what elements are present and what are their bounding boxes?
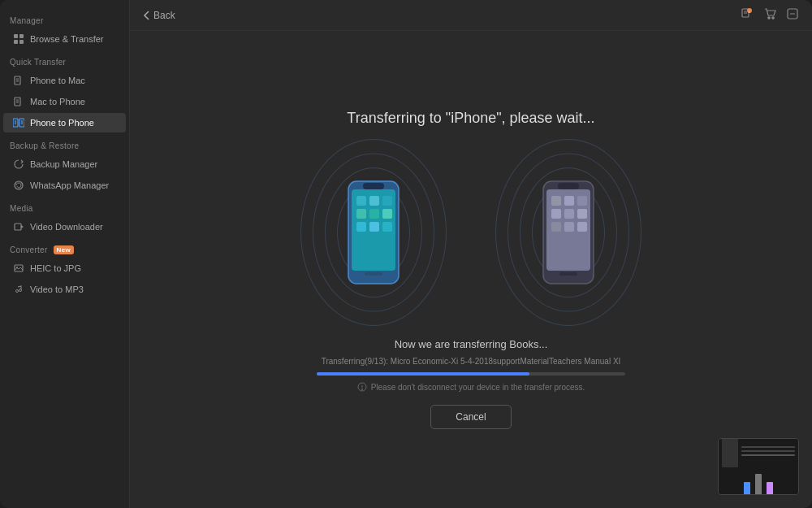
sidebar-item-whatsapp-manager[interactable]: WhatsApp Manager (3, 176, 126, 195)
back-button[interactable]: Back (143, 10, 175, 21)
source-phone-svg (345, 180, 402, 285)
new-badge: New (54, 245, 74, 254)
sidebar: Manager Browse & Transfer Quick Transfer… (0, 0, 130, 508)
sidebar-section-media: Media (0, 196, 129, 216)
svg-rect-32 (369, 196, 379, 206)
thumb-bar-1 (744, 482, 750, 495)
sidebar-section-manager: Manager (0, 8, 129, 28)
phone-mac-icon (13, 75, 24, 86)
source-phone (309, 151, 438, 314)
notification-icon[interactable]: 1 (741, 7, 754, 23)
dest-phone-svg (540, 180, 597, 285)
warning-text: Please don't disconnect your device in t… (371, 383, 585, 392)
svg-point-57 (361, 389, 362, 389)
svg-rect-40 (365, 272, 382, 276)
phones-container (309, 151, 633, 314)
svg-point-24 (768, 17, 770, 19)
transfer-status-text: Now we are transferring Books... (268, 338, 674, 350)
svg-rect-38 (369, 222, 379, 232)
svg-rect-1 (19, 34, 24, 38)
backup-icon (13, 158, 24, 170)
image-icon (13, 263, 24, 274)
svg-rect-39 (382, 222, 392, 232)
progress-bar-fill (317, 372, 529, 376)
cart-icon[interactable] (763, 7, 776, 23)
thumbnail-preview (718, 438, 799, 495)
sidebar-item-video-mp3[interactable]: Video to MP3 (3, 280, 126, 299)
svg-rect-34 (356, 209, 366, 219)
svg-point-17 (16, 290, 19, 293)
transfer-filename: Transferring(9/13): Micro Economic-Xi 5-… (268, 357, 674, 366)
svg-rect-7 (16, 99, 19, 103)
sidebar-item-label: Phone to Mac (30, 76, 85, 85)
svg-rect-31 (356, 196, 366, 206)
svg-rect-37 (356, 222, 366, 232)
svg-rect-13 (15, 224, 21, 230)
sidebar-item-label: Backup Manager (30, 159, 97, 169)
sidebar-item-phone-to-mac[interactable]: Phone to Mac (3, 71, 126, 90)
audio-icon (13, 284, 24, 295)
svg-rect-36 (382, 209, 392, 219)
transfer-title: Transferring to "iPhone", please wait... (347, 110, 594, 127)
phone-phone-icon (13, 117, 24, 128)
svg-point-18 (19, 289, 22, 292)
titlebar-icons: 1 (741, 7, 799, 23)
transfer-info: Now we are transferring Books... Transfe… (268, 338, 674, 429)
sidebar-section-quick-transfer: Quick Transfer (0, 50, 129, 70)
svg-rect-54 (559, 272, 577, 276)
thumb-bar-2 (755, 474, 762, 495)
mac-phone-icon (13, 96, 24, 107)
sidebar-item-browse-transfer[interactable]: Browse & Transfer (3, 29, 126, 49)
svg-rect-9 (15, 120, 16, 124)
titlebar: Back 1 (130, 0, 812, 31)
sidebar-item-label: Browse & Transfer (30, 34, 103, 44)
disconnect-warning: Please don't disconnect your device in t… (268, 382, 674, 392)
svg-rect-35 (369, 209, 379, 219)
svg-rect-3 (19, 40, 24, 44)
sidebar-item-mac-to-phone[interactable]: Mac to Phone (3, 92, 126, 111)
cancel-button[interactable]: Cancel (430, 405, 511, 429)
transfer-content: Transferring to "iPhone", please wait... (130, 31, 812, 508)
sidebar-item-heic-jpg[interactable]: HEIC to JPG (3, 258, 126, 278)
grid-icon (13, 33, 24, 45)
sidebar-item-label: Mac to Phone (30, 97, 85, 106)
sidebar-item-label: Video Downloader (30, 222, 103, 232)
thumb-bar-3 (767, 482, 773, 495)
main-content: Back 1 (130, 0, 812, 508)
svg-rect-5 (16, 78, 19, 82)
svg-rect-2 (14, 40, 18, 44)
sidebar-item-backup-manager[interactable]: Backup Manager (3, 154, 126, 174)
sidebar-item-label: WhatsApp Manager (30, 180, 109, 190)
svg-rect-0 (14, 34, 18, 38)
svg-rect-53 (546, 189, 590, 271)
sidebar-item-label: Video to MP3 (30, 284, 84, 294)
minimize-icon[interactable] (786, 7, 799, 23)
back-label: Back (153, 10, 175, 21)
svg-rect-33 (382, 196, 392, 206)
progress-bar-container (317, 372, 625, 376)
sidebar-section-converter: Converter New (0, 237, 129, 258)
sidebar-item-label: Phone to Phone (30, 118, 94, 128)
video-icon (13, 221, 24, 232)
sidebar-item-label: HEIC to JPG (30, 263, 81, 273)
svg-point-25 (772, 17, 774, 19)
svg-rect-11 (21, 120, 23, 124)
thumbnail-bars (744, 474, 773, 495)
dest-phone (503, 151, 633, 314)
sidebar-item-phone-to-phone[interactable]: Phone to Phone (3, 113, 126, 132)
thumbnail-inner (719, 439, 798, 494)
converter-section-text: Converter (10, 245, 48, 254)
whatsapp-icon (13, 180, 24, 191)
svg-marker-14 (21, 225, 24, 228)
svg-rect-30 (363, 183, 384, 189)
svg-rect-43 (558, 183, 579, 189)
sidebar-item-video-downloader[interactable]: Video Downloader (3, 217, 126, 237)
sidebar-section-backup: Backup & Restore (0, 133, 129, 154)
